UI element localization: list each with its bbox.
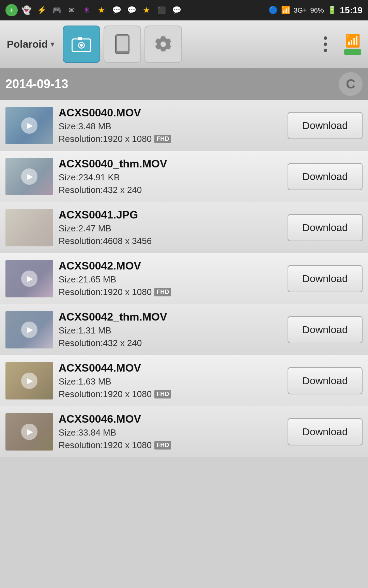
resolution-text: Resolution:1920 x 1080: [59, 389, 152, 399]
refresh-icon: C: [346, 77, 355, 92]
file-thumbnail: [5, 158, 53, 195]
svg-rect-7: [117, 36, 128, 51]
brand-label[interactable]: Polaroid ▼: [7, 38, 56, 50]
status-bar: + 👻 ⚡ 🎮 ✉ ✳ ★ 💬 💬 ★ ⬛ 💬 🔵 📶 3G+ 96% 🔋 15…: [0, 0, 368, 20]
file-thumbnail: [5, 260, 53, 297]
file-info: ACXS0046.MOV Size:33.84 MB Resolution:19…: [59, 413, 282, 451]
camera-tab[interactable]: [63, 26, 100, 63]
brand-name-text: Polaroid: [7, 38, 48, 50]
download-button[interactable]: Download: [288, 265, 363, 292]
signal-icon: 3G+: [294, 6, 307, 14]
file-thumbnail: [5, 209, 53, 246]
battery-icon: 🔋: [327, 6, 337, 15]
bluetooth-icon: 🔵: [269, 6, 278, 15]
bubble1-icon: 💬: [110, 4, 123, 16]
download-label: Download: [302, 273, 348, 284]
fhd-badge: FHD: [154, 135, 171, 143]
file-info: ACXS0042_thm.MOV Size:1.31 MB Resolution…: [59, 311, 282, 348]
mail-icon: ✉: [65, 4, 78, 16]
list-item: ACXS0041.JPG Size:2.47 MB Resolution:460…: [0, 202, 368, 253]
resolution-text: Resolution:432 x 240: [59, 185, 142, 195]
resolution-text: Resolution:432 x 240: [59, 338, 142, 348]
play-icon: [21, 424, 37, 440]
file-resolution: Resolution:432 x 240: [59, 185, 282, 195]
pinwheel-icon: ✳: [80, 4, 93, 16]
file-name: ACXS0040_thm.MOV: [59, 158, 282, 170]
play-icon: [21, 373, 37, 389]
play-icon: [21, 322, 37, 338]
file-resolution: Resolution:4608 x 3456: [59, 236, 282, 246]
download-button[interactable]: Download: [288, 112, 363, 139]
svg-point-4: [80, 44, 83, 47]
camera-icon: [71, 33, 92, 55]
gear-icon: [152, 33, 174, 55]
play-icon: [21, 271, 37, 287]
download-button[interactable]: Download: [288, 316, 363, 343]
toolbar: Polaroid ▼: [0, 20, 368, 68]
file-info: ACXS0040_thm.MOV Size:234.91 KB Resoluti…: [59, 158, 282, 195]
download-label: Download: [302, 324, 348, 336]
file-resolution: Resolution:1920 x 1080 FHD: [59, 287, 282, 297]
download-label: Download: [302, 171, 348, 182]
file-size: Size:3.48 MB: [59, 121, 282, 132]
file-name: ACXS0042_thm.MOV: [59, 311, 282, 323]
file-size: Size:1.63 MB: [59, 376, 282, 387]
download-label: Download: [302, 375, 348, 387]
download-label: Download: [302, 120, 348, 131]
list-item: ACXS0040.MOV Size:3.48 MB Resolution:192…: [0, 100, 368, 151]
battery-text: 96%: [310, 6, 324, 14]
chat-icon: 💬: [170, 4, 183, 16]
file-size: Size:33.84 MB: [59, 427, 282, 438]
svg-point-10: [160, 42, 166, 47]
file-size: Size:1.31 MB: [59, 325, 282, 336]
file-name: ACXS0042.MOV: [59, 260, 282, 272]
file-thumbnail: [5, 107, 53, 144]
file-resolution: Resolution:1920 x 1080 FHD: [59, 440, 282, 451]
download-label: Download: [302, 426, 348, 438]
file-size: Size:2.47 MB: [59, 223, 282, 234]
download-button[interactable]: Download: [288, 367, 363, 394]
file-info: ACXS0044.MOV Size:1.63 MB Resolution:192…: [59, 362, 282, 399]
more-menu-button[interactable]: [324, 36, 327, 52]
list-item: ACXS0040_thm.MOV Size:234.91 KB Resoluti…: [0, 151, 368, 202]
download-button[interactable]: Download: [288, 214, 363, 241]
date-text: 2014-09-13: [5, 77, 68, 91]
play-icon: [21, 117, 37, 134]
download-button[interactable]: Download: [288, 163, 363, 190]
file-name: ACXS0041.JPG: [59, 209, 282, 221]
file-size: Size:234.91 KB: [59, 172, 282, 183]
wifi-icon: 📶: [281, 6, 290, 15]
resolution-text: Resolution:4608 x 3456: [59, 236, 152, 246]
file-list: ACXS0040.MOV Size:3.48 MB Resolution:192…: [0, 100, 368, 457]
wifi-bar: [344, 49, 361, 55]
list-item: ACXS0042.MOV Size:21.65 MB Resolution:19…: [0, 253, 368, 304]
fhd-badge: FHD: [154, 390, 171, 398]
refresh-button[interactable]: C: [339, 72, 363, 96]
file-name: ACXS0046.MOV: [59, 413, 282, 425]
file-resolution: Resolution:1920 x 1080 FHD: [59, 134, 282, 144]
file-info: ACXS0042.MOV Size:21.65 MB Resolution:19…: [59, 260, 282, 297]
settings-tab[interactable]: [144, 26, 182, 63]
status-icons-left: + 👻 ⚡ 🎮 ✉ ✳ ★ 💬 💬 ★ ⬛ 💬: [5, 4, 183, 16]
star1-icon: ★: [95, 4, 108, 16]
file-info: ACXS0041.JPG Size:2.47 MB Resolution:460…: [59, 209, 282, 246]
snapchat-icon: 👻: [20, 4, 33, 16]
file-thumbnail: [5, 311, 53, 348]
usb-icon: ⚡: [35, 4, 48, 16]
file-name: ACXS0040.MOV: [59, 107, 282, 119]
play-icon: [21, 168, 37, 185]
android-icon: +: [5, 4, 18, 16]
file-resolution: Resolution:432 x 240: [59, 338, 282, 348]
file-name: ACXS0044.MOV: [59, 362, 282, 374]
tablet-tab[interactable]: [104, 26, 141, 63]
file-thumbnail: [5, 362, 53, 399]
wifi-status: 📶: [344, 34, 361, 55]
resolution-text: Resolution:1920 x 1080: [59, 134, 152, 144]
wifi-signal-icon: 📶: [345, 34, 361, 48]
file-info: ACXS0040.MOV Size:3.48 MB Resolution:192…: [59, 107, 282, 144]
fhd-badge: FHD: [154, 288, 171, 296]
game-icon: 🎮: [50, 4, 63, 16]
list-item: ACXS0044.MOV Size:1.63 MB Resolution:192…: [0, 355, 368, 406]
date-header: 2014-09-13 C: [0, 68, 368, 100]
download-button[interactable]: Download: [288, 418, 363, 445]
